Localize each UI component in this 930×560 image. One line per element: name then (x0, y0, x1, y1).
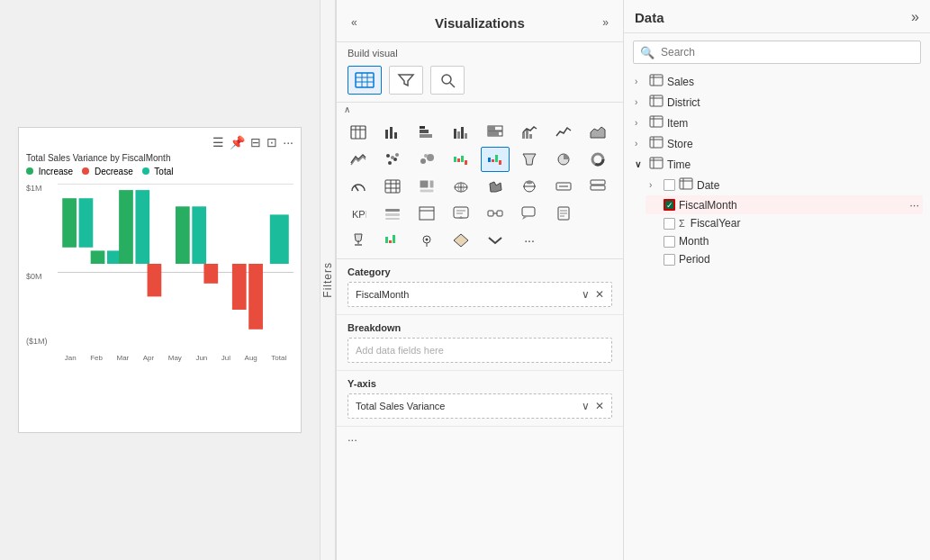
icon-chat[interactable] (515, 201, 544, 226)
data-header: Data » (624, 0, 930, 33)
icon-scatter[interactable] (378, 147, 407, 172)
menu-icon[interactable]: ☰ (212, 135, 224, 149)
icon-bubble[interactable] (412, 147, 441, 172)
chart-card: ☰ 📌 ⊟ ⊡ ··· Total Sales Variance by Fisc… (18, 127, 302, 433)
yaxis-clear[interactable]: ✕ (595, 400, 604, 412)
icon-azure-map[interactable] (515, 174, 544, 199)
icon-map2[interactable] (412, 228, 441, 253)
data-collapse-btn[interactable]: » (911, 9, 919, 25)
data-tree: › Sales › District › Item › (624, 71, 930, 560)
icon-donut[interactable] (583, 147, 612, 172)
checkbox-fiscalyear[interactable] (664, 218, 675, 230)
svg-rect-10 (232, 264, 247, 310)
more-icon[interactable]: ··· (283, 135, 293, 149)
icon-area-chart[interactable] (583, 120, 612, 145)
viz-icons-grid: KPI ··· (337, 114, 623, 259)
icon-treemap[interactable] (412, 174, 441, 199)
table-icon-sales (649, 74, 664, 89)
tree-child-date[interactable]: › Date (646, 175, 923, 195)
icon-more-options[interactable]: ··· (515, 228, 544, 253)
chevron-store: › (635, 139, 646, 149)
legend-dot-increase (26, 167, 33, 175)
x-label-total: Total (271, 354, 286, 362)
checkbox-month[interactable] (664, 236, 675, 248)
icon-chevrons[interactable] (481, 228, 510, 253)
tree-item-store[interactable]: › Store (631, 133, 923, 154)
svg-rect-36 (488, 126, 495, 131)
svg-rect-78 (591, 180, 605, 185)
icon-stacked-bar[interactable] (412, 120, 441, 145)
icon-bar-chart[interactable] (378, 120, 407, 145)
icon-grouped-bar[interactable] (447, 120, 475, 145)
viz-collapse-left[interactable]: « (348, 9, 361, 36)
icon-100-bar[interactable] (481, 120, 510, 145)
icon-paginated[interactable] (549, 201, 578, 226)
icon-funnel[interactable] (515, 147, 544, 172)
viz-top-icon-table[interactable] (348, 66, 382, 95)
tree-item-item[interactable]: › Item (631, 113, 923, 133)
svg-rect-79 (591, 185, 605, 190)
svg-rect-91 (497, 211, 502, 216)
icon-diamond[interactable] (447, 228, 475, 253)
icon-slicer[interactable] (378, 201, 407, 226)
viz-top-icon-search[interactable] (430, 66, 465, 95)
svg-point-105 (426, 239, 429, 241)
viz-top-icon-filter[interactable] (389, 66, 423, 95)
svg-rect-122 (680, 178, 692, 189)
icon-multirow-card[interactable] (583, 174, 612, 199)
data-title: Data (635, 10, 664, 25)
filter-icon[interactable]: ⊟ (250, 135, 261, 149)
breakdown-dropzone[interactable]: Add data fields here (348, 338, 612, 363)
icon-waterfall-active[interactable] (481, 147, 510, 172)
yaxis-dropzone[interactable]: Total Sales Variance ∨ ✕ (348, 393, 612, 419)
category-clear[interactable]: ✕ (595, 288, 604, 301)
icon-map[interactable] (447, 174, 475, 199)
icon-table2[interactable] (412, 201, 441, 226)
fiscalmonth-more[interactable]: ··· (909, 198, 919, 212)
expand-icon[interactable]: ⊡ (266, 135, 277, 149)
tree-child-month[interactable]: Month (646, 232, 923, 250)
icon-combo-chart[interactable] (515, 120, 544, 145)
svg-rect-27 (420, 134, 432, 138)
icon-connector[interactable] (481, 201, 510, 226)
svg-rect-0 (62, 198, 77, 248)
icon-card[interactable] (549, 174, 578, 199)
icon-line-chart[interactable] (549, 120, 578, 145)
icon-smart-narrative[interactable] (447, 201, 475, 226)
pin-icon[interactable]: 📌 (230, 135, 245, 149)
checkbox-date[interactable] (664, 179, 675, 191)
tree-item-time[interactable]: ∨ Time (631, 154, 923, 175)
tree-item-district[interactable]: › District (631, 92, 923, 113)
icon-pie[interactable] (549, 147, 578, 172)
more-options[interactable]: ... (337, 427, 623, 447)
icon-table[interactable] (344, 120, 373, 145)
breakdown-section: Breakdown Add data fields here (337, 315, 623, 371)
viz-collapse-right[interactable]: » (599, 9, 612, 36)
svg-rect-102 (389, 240, 392, 243)
svg-rect-25 (390, 127, 393, 139)
checkbox-period[interactable] (664, 254, 675, 266)
icon-waterfall2[interactable] (378, 228, 407, 253)
icon-matrix[interactable] (378, 174, 407, 199)
filters-tab[interactable]: Filters (320, 0, 336, 560)
category-dropzone[interactable]: FiscalMonth ∨ ✕ (348, 282, 612, 307)
tree-child-fiscalyear[interactable]: Σ FiscalYear (646, 214, 923, 232)
icon-trophy[interactable] (344, 228, 373, 253)
filters-label: Filters (321, 262, 334, 298)
yaxis-chevron[interactable]: ∨ (582, 400, 590, 412)
checkbox-fiscalmonth[interactable]: ✓ (664, 199, 675, 211)
district-label: District (667, 96, 919, 109)
x-label-may: May (168, 354, 182, 362)
icon-waterfall[interactable] (447, 147, 475, 172)
tree-child-period[interactable]: Period (646, 250, 923, 268)
tree-child-fiscalmonth[interactable]: ✓ FiscalMonth ··· (646, 195, 923, 214)
sigma-fiscalyear: Σ (679, 218, 685, 229)
icon-gauge[interactable] (344, 174, 373, 199)
icon-ribbon[interactable] (344, 147, 373, 172)
tree-item-sales[interactable]: › Sales (631, 71, 923, 92)
viz-chevron-up[interactable]: ∧ (344, 104, 350, 114)
icon-filled-map[interactable] (481, 174, 510, 199)
search-input[interactable] (633, 41, 921, 64)
category-chevron[interactable]: ∨ (582, 288, 590, 301)
icon-kpi[interactable]: KPI (344, 201, 373, 226)
